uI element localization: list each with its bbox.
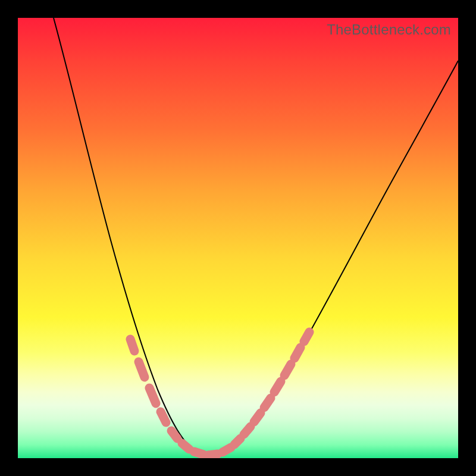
plot-area: TheBottleneck.com [18,18,458,458]
beads-left [130,339,166,422]
bottleneck-curve [18,18,458,458]
chart-frame: TheBottleneck.com [0,0,476,476]
beads-right [234,332,309,444]
curve-path [54,18,458,456]
